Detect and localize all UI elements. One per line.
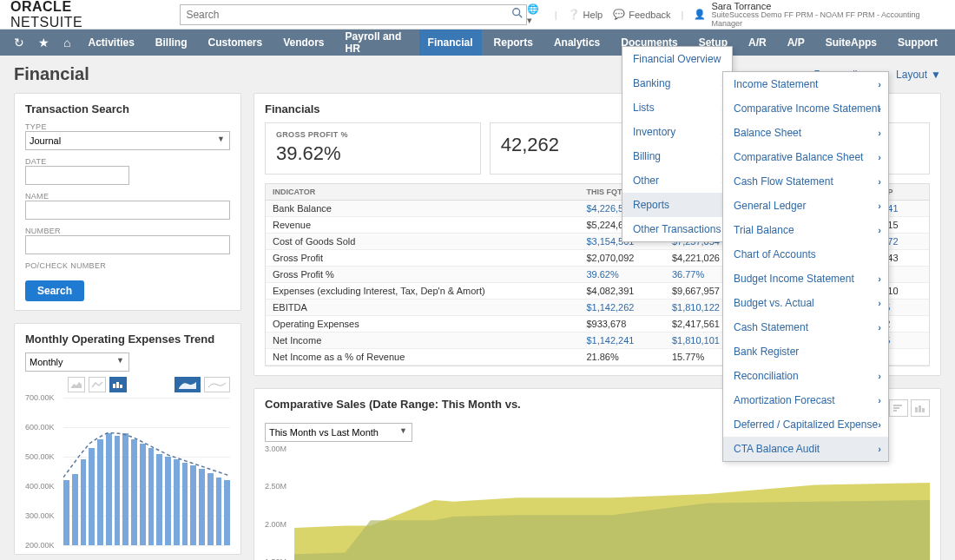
bar bbox=[182, 463, 188, 545]
value-cell[interactable]: $1,142,262 bbox=[579, 300, 665, 316]
menu-item-comparative-balance-sheet[interactable]: Comparative Balance Sheet› bbox=[723, 145, 888, 169]
nav-tab-activities[interactable]: Activities bbox=[79, 30, 142, 56]
layout-link[interactable]: Layout ▼ bbox=[896, 69, 941, 81]
search-input[interactable] bbox=[180, 4, 527, 25]
history-icon[interactable]: ↻ bbox=[9, 30, 30, 56]
indicator-cell: Gross Profit % bbox=[266, 267, 579, 283]
nav-tab-analytics[interactable]: Analytics bbox=[545, 30, 609, 56]
chevron-right-icon: › bbox=[878, 298, 881, 308]
menu-item-balance-sheet[interactable]: Balance Sheet› bbox=[723, 121, 888, 145]
star-icon[interactable]: ★ bbox=[33, 30, 55, 56]
monthly-period-select[interactable] bbox=[25, 352, 129, 372]
value-cell: 21.86% bbox=[579, 349, 665, 366]
menu-item-budget-vs-actual[interactable]: Budget vs. Actual› bbox=[723, 291, 888, 315]
menu-item-cta-balance-audit[interactable]: CTA Balance Audit› bbox=[723, 437, 888, 461]
kpi-box: GROSS PROFIT %39.62% bbox=[265, 122, 481, 175]
kpi-label: GROSS PROFIT % bbox=[276, 130, 470, 139]
nav-tab-reports[interactable]: Reports bbox=[485, 30, 542, 56]
menu-item-bank-register[interactable]: Bank Register bbox=[723, 339, 888, 364]
bar bbox=[216, 478, 222, 545]
feedback-link[interactable]: 💬Feedback bbox=[613, 9, 670, 20]
value-cell[interactable]: 39.62% bbox=[579, 267, 665, 283]
menu-item-comparative-income-statement[interactable]: Comparative Income Statement› bbox=[723, 96, 888, 121]
chevron-right-icon: › bbox=[878, 103, 881, 114]
chevron-right-icon: › bbox=[878, 152, 881, 162]
chart-type-area-icon[interactable] bbox=[68, 377, 85, 392]
menu-item-deferred-capitalized-expense[interactable]: Deferred / Capitalized Expense› bbox=[723, 412, 888, 437]
bar bbox=[63, 480, 69, 545]
chevron-right-icon: › bbox=[878, 322, 881, 333]
bar bbox=[97, 439, 103, 545]
type-select[interactable] bbox=[25, 131, 230, 150]
nav-tab-suiteapps[interactable]: SuiteApps bbox=[817, 30, 886, 56]
menu-item-general-ledger[interactable]: General Ledger› bbox=[723, 194, 888, 218]
help-link[interactable]: ❔Help bbox=[568, 9, 603, 20]
home-icon[interactable]: ⌂ bbox=[58, 30, 76, 56]
page-body: Financial Personalize ▼ Layout ▼ Transac… bbox=[0, 56, 955, 560]
nav-tab-customers[interactable]: Customers bbox=[200, 30, 272, 56]
user-menu[interactable]: 👤 Sara Torrance SuiteSuccess Demo FF PRM… bbox=[694, 1, 945, 29]
comp-chart-sort-icon[interactable] bbox=[889, 399, 908, 417]
nav-tab-support[interactable]: Support bbox=[889, 30, 946, 56]
value-cell: $2,070,092 bbox=[579, 250, 665, 267]
number-input[interactable] bbox=[25, 235, 230, 254]
comp-range-select[interactable] bbox=[265, 423, 412, 442]
user-name: Sara Torrance bbox=[711, 1, 945, 11]
menu-item-trial-balance[interactable]: Trial Balance› bbox=[723, 218, 888, 242]
globe-icon[interactable]: 🌐▾ bbox=[527, 3, 543, 26]
name-input[interactable] bbox=[25, 201, 230, 220]
page-title: Financial bbox=[14, 64, 89, 84]
menu-item-amortization-forecast[interactable]: Amortization Forecast› bbox=[723, 388, 888, 412]
menu-item-other-transactions[interactable]: Other Transactions› bbox=[622, 217, 732, 241]
name-label: NAME bbox=[25, 192, 230, 201]
comp-chart-bar-icon[interactable] bbox=[911, 399, 930, 417]
menu-item-income-statement[interactable]: Income Statement› bbox=[723, 72, 888, 96]
comp-sales-title: Comparative Sales (Date Range: This Mont… bbox=[265, 398, 521, 411]
chevron-right-icon: › bbox=[878, 176, 881, 187]
nav-tab-vendors[interactable]: Vendors bbox=[274, 30, 333, 56]
menu-item-other[interactable]: Other› bbox=[622, 168, 732, 193]
date-input[interactable] bbox=[25, 166, 129, 185]
menu-item-banking[interactable]: Banking› bbox=[622, 71, 732, 96]
tx-search-title: Transaction Search bbox=[25, 102, 230, 115]
chevron-right-icon: › bbox=[878, 128, 881, 138]
search-button[interactable]: Search bbox=[25, 280, 84, 301]
indicator-cell: Gross Profit bbox=[266, 250, 579, 267]
nav-tab-a-p[interactable]: A/P bbox=[779, 30, 813, 56]
bar bbox=[72, 474, 78, 545]
menu-item-budget-income-statement[interactable]: Budget Income Statement› bbox=[723, 267, 888, 291]
chart-type-line-icon[interactable] bbox=[89, 377, 106, 392]
monthly-title: Monthly Operating Expenses Trend bbox=[25, 333, 230, 346]
svg-rect-7 bbox=[922, 408, 925, 412]
menu-item-lists[interactable]: Lists› bbox=[622, 96, 732, 120]
chart-thumb2-icon[interactable] bbox=[204, 377, 230, 392]
value-cell[interactable]: $1,142,241 bbox=[579, 333, 665, 349]
number-label: NUMBER bbox=[25, 227, 230, 235]
menu-item-reports[interactable]: Reports› bbox=[622, 193, 732, 217]
chart-type-bar-icon[interactable] bbox=[109, 377, 127, 392]
menu-item-billing[interactable]: Billing› bbox=[622, 144, 732, 168]
expenses-bar-chart: 200.00K300.00K400.00K500.00K600.00K700.0… bbox=[25, 398, 230, 545]
menu-item-financial-overview[interactable]: Financial Overview bbox=[622, 47, 732, 71]
financial-submenu: Financial OverviewBanking›Lists›Inventor… bbox=[622, 46, 733, 242]
nav-tab-financial[interactable]: Financial bbox=[419, 30, 482, 56]
menu-item-cash-flow-statement[interactable]: Cash Flow Statement› bbox=[723, 169, 888, 194]
svg-rect-4 bbox=[120, 385, 122, 388]
nav-tab-billing[interactable]: Billing bbox=[147, 30, 196, 56]
indicator-cell: Bank Balance bbox=[266, 201, 579, 217]
chevron-right-icon: › bbox=[878, 419, 881, 430]
search-icon[interactable] bbox=[511, 7, 524, 22]
chart-thumb-icon[interactable] bbox=[175, 377, 201, 392]
bar bbox=[81, 459, 87, 545]
menu-item-chart-of-accounts[interactable]: Chart of Accounts bbox=[723, 242, 888, 267]
global-search bbox=[180, 4, 527, 25]
menu-item-inventory[interactable]: Inventory› bbox=[622, 120, 732, 144]
svg-rect-6 bbox=[919, 405, 921, 412]
nav-tab-payroll-and-hr[interactable]: Payroll and HR bbox=[337, 30, 416, 56]
nav-tab-a-r[interactable]: A/R bbox=[740, 30, 775, 56]
bar bbox=[106, 433, 112, 545]
menu-item-cash-statement[interactable]: Cash Statement› bbox=[723, 315, 888, 339]
chevron-right-icon: › bbox=[878, 79, 881, 89]
indicator-cell: Cost of Goods Sold bbox=[266, 234, 579, 250]
menu-item-reconciliation[interactable]: Reconciliation› bbox=[723, 364, 888, 388]
